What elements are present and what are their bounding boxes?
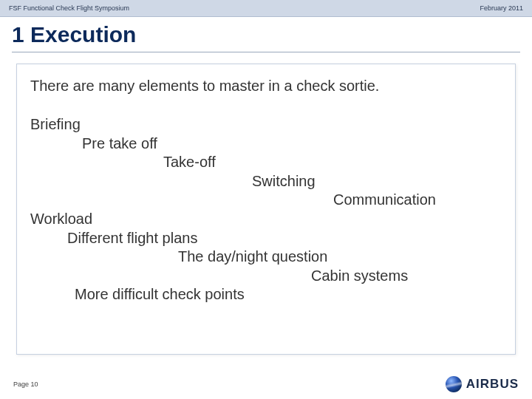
footer: Page 10 AIRBUS [0,369,532,399]
brand-logo: AIRBUS [446,376,519,392]
lead-text: There are many elements to master in a c… [30,78,506,95]
content-box: There are many elements to master in a c… [16,64,516,355]
step-pre-take-off: Pre take off [82,134,506,154]
slide: FSF Functional Check Flight Symposium Fe… [0,0,532,399]
step-cabin-systems: Cabin systems [311,267,506,286]
step-briefing: Briefing [30,115,506,134]
title-block: 1 Execution [12,22,520,52]
brand-text: AIRBUS [466,377,519,392]
step-workload: Workload [30,210,506,229]
header-date: February 2011 [480,4,523,12]
step-take-off: Take-off [163,153,506,172]
title-rule [12,52,520,52]
step-flight-plans: Different flight plans [67,229,506,248]
step-communication: Communication [333,191,506,210]
step-check-points: More difficult check points [75,285,506,304]
page-number: Page 10 [13,381,38,388]
step-switching: Switching [252,172,506,191]
header-left: FSF Functional Check Flight Symposium [9,4,129,12]
page-title: 1 Execution [12,22,520,47]
step-day-night: The day/night question [178,248,506,267]
globe-icon [446,376,462,392]
header-bar: FSF Functional Check Flight Symposium Fe… [0,0,532,17]
